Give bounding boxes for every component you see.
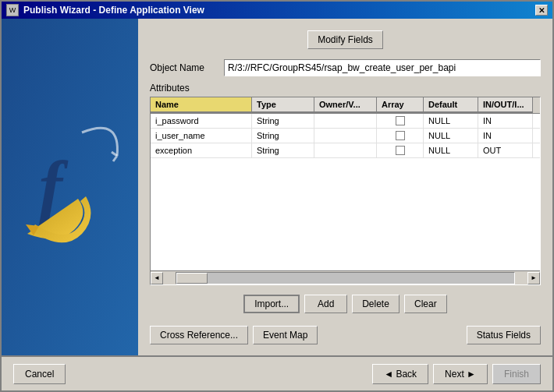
- cell-array-3[interactable]: [377, 143, 424, 157]
- cell-default-2: NULL: [424, 129, 478, 143]
- finish-button[interactable]: Finish: [492, 364, 541, 384]
- table-header: Name Type Owner/V... Array Default IN/OU…: [151, 97, 540, 114]
- cell-inout-1: IN: [478, 114, 533, 128]
- import-button[interactable]: Import...: [243, 295, 300, 313]
- title-bar: W Publish Wizard - Define Application Vi…: [2, 2, 552, 19]
- clear-button[interactable]: Clear: [404, 295, 447, 313]
- object-name-label: Object Name: [150, 62, 216, 73]
- footer: Cancel ◄ Back Next ► Finish: [2, 355, 552, 390]
- col-array: Array: [377, 97, 424, 113]
- footer-right: ◄ Back Next ► Finish: [372, 364, 541, 384]
- modify-fields-button[interactable]: Modify Fields: [307, 30, 383, 49]
- horizontal-scrollbar[interactable]: ◄ ►: [151, 270, 540, 284]
- cancel-button[interactable]: Cancel: [13, 364, 66, 384]
- action-buttons-row: Import... Add Delete Clear: [150, 291, 541, 316]
- content-area: f () Modify Fields: [2, 19, 552, 355]
- object-name-row: Object Name: [150, 59, 541, 76]
- cell-owner-3: [314, 143, 377, 157]
- cell-array-2[interactable]: [377, 129, 424, 143]
- event-map-button[interactable]: Event Map: [253, 326, 318, 344]
- cell-inout-3: OUT: [478, 143, 533, 157]
- main-window: W Publish Wizard - Define Application Vi…: [0, 0, 554, 392]
- table-row[interactable]: i_password String NULL IN: [151, 114, 540, 129]
- cell-owner-1: [314, 114, 377, 128]
- cross-reference-button[interactable]: Cross Reference...: [150, 326, 248, 344]
- cell-name-3: exception: [151, 143, 252, 157]
- cell-default-3: NULL: [424, 143, 478, 157]
- left-panel: f (): [2, 19, 138, 355]
- array-checkbox-1[interactable]: [396, 116, 405, 125]
- cell-inout-2: IN: [478, 129, 533, 143]
- window-icon: W: [6, 4, 19, 16]
- scrollbar-track[interactable]: [176, 272, 515, 284]
- attributes-table: Name Type Owner/V... Array Default IN/OU…: [150, 97, 541, 285]
- array-checkbox-3[interactable]: [396, 146, 405, 155]
- scroll-left-button[interactable]: ◄: [151, 272, 163, 284]
- footer-left: Cancel: [13, 364, 66, 384]
- col-name: Name: [151, 97, 252, 113]
- object-name-input[interactable]: [224, 59, 541, 76]
- modify-fields-row: Modify Fields: [150, 26, 541, 53]
- cell-type-3: String: [252, 143, 314, 157]
- attributes-section: Attributes Name Type Owner/V... Array De…: [150, 83, 541, 285]
- next-button[interactable]: Next ►: [433, 364, 488, 384]
- cell-type-1: String: [252, 114, 314, 128]
- scroll-right-button[interactable]: ►: [527, 272, 540, 284]
- table-body: i_password String NULL IN i_user_name St…: [151, 114, 540, 270]
- close-button[interactable]: ✕: [535, 5, 548, 16]
- cell-owner-2: [314, 129, 377, 143]
- cell-name-1: i_password: [151, 114, 252, 128]
- add-button[interactable]: Add: [304, 295, 347, 313]
- delete-button[interactable]: Delete: [352, 295, 400, 313]
- window-title: Publish Wizard - Define Application View: [23, 5, 204, 16]
- col-type: Type: [252, 97, 314, 113]
- cell-default-1: NULL: [424, 114, 478, 128]
- cell-name-2: i_user_name: [151, 129, 252, 143]
- bottom-buttons-row: Cross Reference... Event Map Status Fiel…: [150, 323, 541, 348]
- cell-type-2: String: [252, 129, 314, 143]
- array-checkbox-2[interactable]: [396, 131, 405, 140]
- col-owner: Owner/V...: [314, 97, 377, 113]
- table-row[interactable]: i_user_name String NULL IN: [151, 129, 540, 143]
- col-default: Default: [424, 97, 478, 113]
- status-fields-button[interactable]: Status Fields: [467, 326, 541, 344]
- col-inout: IN/OUT/I...: [478, 97, 533, 113]
- back-button[interactable]: ◄ Back: [372, 364, 428, 384]
- right-panel: Modify Fields Object Name Attributes Nam…: [138, 19, 552, 355]
- attributes-label: Attributes: [150, 83, 541, 94]
- left-bottom-group: Cross Reference... Event Map: [150, 326, 318, 344]
- right-bottom-group: Status Fields: [467, 326, 541, 344]
- cell-array-1[interactable]: [377, 114, 424, 128]
- scrollbar-thumb[interactable]: [176, 273, 208, 284]
- logo-graphic: f (): [12, 109, 129, 265]
- table-row[interactable]: exception String NULL OUT: [151, 143, 540, 158]
